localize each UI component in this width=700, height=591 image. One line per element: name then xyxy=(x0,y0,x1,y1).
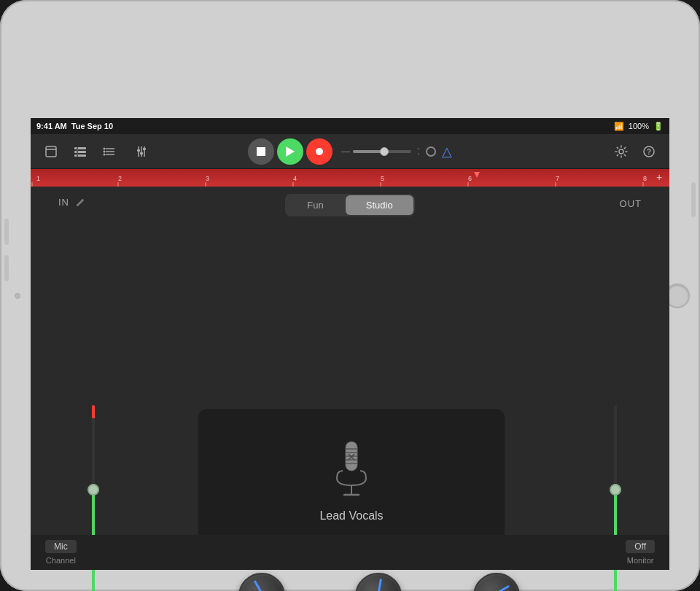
mic-display: Lead Vocals xyxy=(198,409,505,551)
svg-text:3: 3 xyxy=(206,175,209,182)
svg-text:6: 6 xyxy=(468,175,472,182)
battery-icon: 🔋 xyxy=(653,122,664,131)
channel-section: Mic Channel xyxy=(45,540,77,565)
svg-point-9 xyxy=(104,147,106,149)
svg-text:5: 5 xyxy=(381,175,384,182)
status-time: 9:41 AM xyxy=(36,122,67,130)
svg-rect-17 xyxy=(143,148,146,150)
vu-handle-right[interactable] xyxy=(610,484,621,496)
tone-knob[interactable] xyxy=(238,573,285,591)
svg-rect-24 xyxy=(31,169,669,187)
mode-toggle-container: Fun Studio xyxy=(285,194,414,216)
wifi-icon: 📶 xyxy=(614,122,624,131)
instrument-name: Lead Vocals xyxy=(319,509,383,522)
svg-rect-16 xyxy=(140,152,143,154)
svg-marker-19 xyxy=(286,146,295,157)
svg-rect-15 xyxy=(137,149,140,152)
svg-rect-18 xyxy=(257,147,265,156)
monitor-section: Off Monitor xyxy=(626,540,655,565)
svg-text:2: 2 xyxy=(118,175,122,182)
svg-rect-5 xyxy=(77,147,78,157)
compressor-indicator xyxy=(496,585,510,591)
volume-up-button[interactable] xyxy=(4,219,9,245)
front-camera xyxy=(15,293,20,299)
svg-rect-4 xyxy=(74,154,86,157)
toolbar-right: ? xyxy=(610,140,661,163)
microphone-illustration xyxy=(330,438,373,504)
tone-indicator xyxy=(254,580,263,591)
mode-toggle: Fun Studio xyxy=(31,194,669,216)
svg-text:7: 7 xyxy=(556,175,559,182)
knobs-row-1: Tone Pitch Control Compressor xyxy=(61,573,700,591)
volume-track[interactable] xyxy=(353,150,411,153)
main-content: IN OUT Fun Studio xyxy=(31,187,669,570)
record-button[interactable] xyxy=(306,138,332,165)
compressor-knob[interactable] xyxy=(473,573,520,591)
svg-rect-0 xyxy=(46,146,56,157)
play-button[interactable] xyxy=(277,138,303,165)
pitch-indicator xyxy=(377,579,381,591)
list-view-button[interactable] xyxy=(98,140,121,163)
metronome-icon[interactable]: △ xyxy=(442,144,452,160)
stop-button[interactable] xyxy=(248,138,274,165)
transport-controls: — ⁚ △ xyxy=(248,138,452,165)
power-button[interactable] xyxy=(691,182,696,217)
tracks-view-button[interactable] xyxy=(69,140,92,163)
svg-text:1: 1 xyxy=(36,175,40,182)
vu-handle-left[interactable] xyxy=(88,484,99,496)
status-bar: 9:41 AM Tue Sep 10 📶 100% 🔋 xyxy=(31,118,669,134)
svg-point-21 xyxy=(619,149,623,154)
svg-rect-2 xyxy=(74,147,86,149)
volume-fill xyxy=(353,150,382,153)
toolbar: — ⁚ △ ? xyxy=(31,134,669,169)
mixer-button[interactable] xyxy=(130,140,153,163)
monitor-button[interactable]: Off xyxy=(626,540,655,553)
svg-text:+: + xyxy=(656,171,662,183)
svg-text:?: ? xyxy=(647,148,651,156)
volume-thumb[interactable] xyxy=(380,147,389,156)
tone-knob-container: Tone xyxy=(238,573,285,591)
timeline-ruler[interactable]: 1 2 3 4 5 6 7 8 + xyxy=(31,169,669,187)
monitor-label: Monitor xyxy=(627,556,654,565)
compressor-knob-container: Compressor xyxy=(471,573,523,591)
svg-text:8: 8 xyxy=(643,175,647,182)
bottom-bar: Mic Channel Off Monitor xyxy=(31,535,669,570)
channel-label: Channel xyxy=(46,556,76,565)
pitch-control-knob-container: Pitch Control xyxy=(351,573,405,591)
svg-point-11 xyxy=(104,153,106,155)
svg-text:4: 4 xyxy=(293,175,297,182)
svg-rect-3 xyxy=(74,151,86,153)
settings-button[interactable] xyxy=(610,140,633,163)
fun-mode-button[interactable]: Fun xyxy=(287,195,343,215)
svg-point-20 xyxy=(316,148,323,155)
help-button[interactable]: ? xyxy=(637,140,661,163)
tempo-knob[interactable] xyxy=(426,146,436,157)
svg-point-10 xyxy=(104,150,106,152)
ruler-svg: 1 2 3 4 5 6 7 8 + xyxy=(31,169,669,187)
volume-low-icon: — xyxy=(341,146,350,157)
studio-mode-button[interactable]: Studio xyxy=(346,195,413,215)
volume-dot-sep: ⁚ xyxy=(417,146,420,157)
mic-channel-button[interactable]: Mic xyxy=(45,540,77,553)
volume-slider[interactable]: — ⁚ xyxy=(341,146,436,157)
battery-label: 100% xyxy=(629,122,649,130)
volume-down-button[interactable] xyxy=(4,255,9,281)
pitch-control-knob[interactable] xyxy=(355,573,402,591)
status-date: Tue Sep 10 xyxy=(71,122,113,130)
new-track-button[interactable] xyxy=(39,140,63,163)
